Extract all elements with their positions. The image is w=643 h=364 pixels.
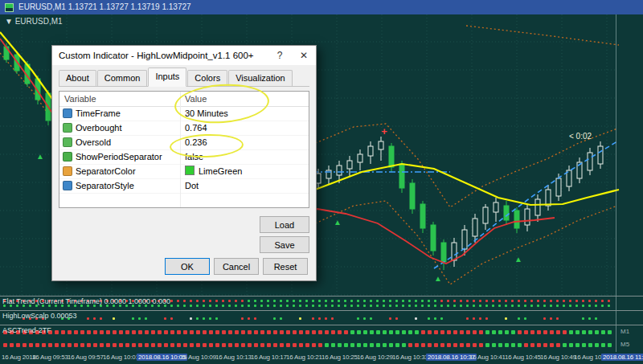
indicator-dot [492, 305, 494, 307]
indicator-dot [119, 330, 123, 334]
indicator-dot [511, 300, 514, 302]
indicator-dot [376, 305, 379, 307]
indicator-dot [80, 330, 84, 334]
indicator-dot [575, 330, 580, 334]
indicator-dot [428, 343, 432, 347]
help-icon[interactable]: ? [268, 46, 292, 65]
buy-arrow-icon: ▲ [434, 274, 442, 283]
indicator-dot [222, 330, 226, 334]
indicator-dot [312, 300, 314, 302]
indicator-dot [518, 330, 522, 334]
indicator-dot [280, 300, 282, 302]
indicator-dot [595, 300, 597, 302]
indicator-dot [158, 330, 162, 334]
indicator-dot [35, 343, 39, 347]
close-icon[interactable]: ✕ [292, 46, 316, 65]
save-button[interactable]: Save [260, 236, 309, 253]
indicator-dot [100, 330, 104, 334]
indicator-dot [537, 305, 539, 307]
indicator-dot [132, 317, 134, 320]
input-row-SeparatorColor[interactable]: SeparatorColorLimeGreen [59, 165, 309, 179]
indicator-dot [235, 305, 237, 307]
indicator-dot [164, 343, 168, 347]
indicator-dot [151, 343, 155, 347]
indicator-dot [505, 343, 509, 347]
custom-indicator-dialog: Custom Indicator - HighLowMidpoint_v1.1 … [51, 45, 317, 281]
indicator-dot [209, 343, 213, 347]
indicator-dot [376, 330, 380, 334]
indicator-dot [228, 300, 231, 302]
load-button[interactable]: Load [260, 216, 309, 233]
tab-colors[interactable]: Colors [187, 70, 227, 86]
input-row-Overbought[interactable]: Overbought0.764 [59, 121, 309, 136]
indicator-dot [473, 330, 477, 334]
indicator-dot [524, 317, 526, 320]
input-row-ShowPeriodSeparator[interactable]: ShowPeriodSeparatorfalse [59, 150, 309, 165]
indicator-dot [299, 305, 301, 307]
indicator-dot [113, 317, 115, 320]
indicator-dot [447, 305, 449, 307]
indicator-dot [434, 317, 436, 320]
indicator-dot [595, 305, 597, 307]
dialog-titlebar[interactable]: Custom Indicator - HighLowMidpoint_v1.1 … [52, 46, 316, 65]
indicator-dot [485, 343, 489, 347]
tab-common[interactable]: Common [97, 70, 148, 86]
indicator-dot [363, 317, 366, 320]
indicator-dot [415, 300, 417, 302]
indicator-dot [350, 343, 354, 347]
indicator-dot [453, 343, 457, 347]
indicator-dot [518, 305, 520, 307]
indicator-dot [177, 300, 179, 302]
tab-inputs[interactable]: Inputs [148, 67, 186, 87]
indicator-dot [267, 305, 269, 307]
indicator-dot [55, 343, 59, 347]
indicator-dot [408, 330, 412, 334]
indicator-dot [305, 300, 308, 302]
indicator-dot [145, 343, 149, 347]
indicator-dot [537, 343, 541, 347]
reset-button[interactable]: Reset [263, 258, 308, 275]
indicator-dot [196, 300, 199, 302]
indicator-dot [466, 305, 469, 307]
indicator-dot [183, 305, 186, 307]
indicator-panel-highlowscalp: HighLowScalp 0.00053 [0, 310, 643, 325]
indicator-dot [505, 305, 507, 307]
indicator-dot [595, 330, 599, 334]
indicator-dot [485, 300, 488, 302]
cancel-button[interactable]: Cancel [214, 258, 259, 275]
indicator-dot [415, 317, 417, 320]
indicator-dot [363, 343, 367, 347]
window-titlebar[interactable]: EURUSD,M1 1.13721 1.13727 1.13719 1.1372… [0, 0, 643, 14]
indicator-dot [215, 343, 219, 347]
indicator-dot [434, 305, 436, 307]
time-label: 16 Aug 10:41 [469, 354, 506, 361]
indicator-dot [575, 305, 578, 307]
input-row-Oversold[interactable]: Oversold0.236 [59, 136, 309, 150]
input-row-SeparatorStyle[interactable]: SeparatorStyleDot [59, 179, 309, 194]
indicator-dot [550, 305, 552, 307]
input-row-TimeFrame[interactable]: TimeFrame30 Minutes [59, 107, 309, 121]
indicator-dot [305, 305, 308, 307]
time-label: 16 Aug 10:01 [103, 354, 139, 361]
indicator-dot [299, 300, 301, 302]
indicator-dot [421, 330, 425, 334]
indicator-dot [440, 305, 443, 307]
dialog-tabs: AboutCommonInputsColorsVisualization [59, 70, 309, 87]
indicator-dot [87, 317, 89, 320]
indicator-dot [530, 330, 534, 334]
indicator-dot [479, 305, 481, 307]
indicator-dot [395, 300, 398, 302]
indicator-dot [254, 317, 256, 320]
indicator-dot [498, 330, 502, 334]
indicator-dot [421, 343, 425, 347]
time-label: 16 Aug 10:17 [251, 354, 287, 361]
indicator-dot [280, 305, 282, 307]
indicator-dot [569, 305, 571, 307]
ok-button[interactable]: OK [165, 258, 210, 275]
indicator-dot [170, 343, 174, 347]
tab-visualization[interactable]: Visualization [228, 70, 293, 86]
indicator-dot [203, 305, 205, 307]
tab-about[interactable]: About [59, 70, 96, 86]
indicator-dot [100, 317, 102, 320]
indicator-dot [138, 330, 142, 334]
